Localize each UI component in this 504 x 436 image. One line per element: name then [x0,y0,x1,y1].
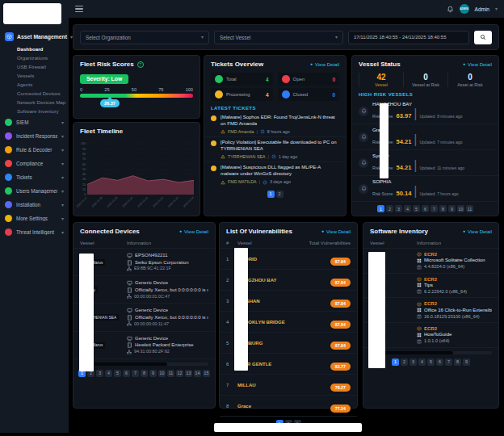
ticket-list-item[interactable]: [Malware] Sophos EDR: Found Troj/JensLnk… [204,112,346,137]
high-risk-vessel-row[interactable]: Grace Risk Score: 54.21 | Updated: 7 min… [352,124,498,150]
page-button[interactable]: 8 [141,370,148,377]
table-row[interactable]: Sydney Generic Device Officially Xerox, … [74,276,215,304]
page-button[interactable]: 9 [448,205,456,212]
page-button[interactable]: 1 [392,358,399,366]
page-button[interactable]: 5 [427,358,435,366]
page-button[interactable]: 7 [445,358,452,366]
stat-value: 0 [448,73,492,82]
ticket-list-item[interactable]: [Policy Violation] Executable file downl… [204,137,346,162]
sidebar-subitem[interactable]: Organizations [0,53,69,62]
table-row[interactable]: CBM Marus EPSON492211 Seiko Epson Corpor… [74,249,215,276]
sidebar-section-item[interactable]: Installation ▾ [0,198,69,212]
sidebar-subitem[interactable]: Software Inventory [0,107,69,115]
page-button[interactable]: 9 [149,370,157,377]
sidebar-subitem[interactable]: Connected Devices [0,89,69,98]
view-detail-link[interactable]: ●View Detail [310,62,339,67]
sidebar-section-item[interactable]: Users Management ▾ [0,184,69,198]
page-button[interactable]: 3 [395,205,402,212]
asset-management-submenu: Dashboard Organizations USB Firewall Ves… [0,44,69,115]
page-button[interactable]: 9 [463,358,470,366]
ticket-title: [Malware] Suspicious DLL flagged as ML/P… [220,165,339,178]
page-button[interactable]: 5 [413,205,420,212]
notifications-bell-icon[interactable] [447,2,454,16]
sidebar-subitem[interactable]: Dashboard [0,44,69,53]
page-button[interactable]: 15 [203,370,210,377]
sidebar-section-item[interactable]: Compliance ▾ [0,157,69,170]
page-button[interactable]: 6 [436,358,443,366]
high-risk-vessel-row[interactable]: Sydney Risk Score: 54.21 | Updated: 11 m… [352,150,498,176]
high-risk-vessel-row[interactable]: HANGZHOU BAY Risk Score: 63.97 | Updated… [352,99,498,124]
hamburger-menu-icon[interactable] [75,6,83,13]
panel-title: List Of Vulnerabilities [226,228,292,235]
vessel-select[interactable]: Select Vessel ▾ [214,31,343,44]
page-button[interactable]: 5 [114,370,121,377]
page-button[interactable]: 10 [457,205,464,212]
table-row[interactable]: CBM Marus Generic Device Hewlett Packard… [74,332,215,359]
sidebar-section-item[interactable]: More Settings ▾ [0,212,69,225]
page-button[interactable]: 2 [401,358,408,366]
page-button[interactable]: 14 [194,370,201,377]
page-button[interactable]: 10 [158,370,166,377]
page-button[interactable]: 6 [123,370,130,377]
sidebar-section-item[interactable]: Incident Response ▾ [0,129,69,143]
page-button[interactable]: 7 [430,205,438,212]
panel-title: Vessel Status [359,61,401,68]
sidebar-item-asset-management[interactable]: Asset Management ▾ [0,29,69,44]
stat-label: Vessel [359,82,403,87]
sidebar-subitem[interactable]: Agents [0,80,69,89]
horizontal-scrollbar[interactable] [370,351,492,354]
table-row[interactable]: TYRRHENIAN SEA Generic Device Officially… [74,304,215,331]
view-detail-link[interactable]: ●View Detail [179,229,208,234]
ticket-list-item[interactable]: [Malware] Suspicious DLL flagged as ML/P… [204,162,346,187]
page-button[interactable]: 8 [439,205,447,212]
sidebar-subitem[interactable]: Vessels [0,71,69,80]
high-risk-vessel-row[interactable]: SOPHIA Risk Score: 50.14 | Updated: 7 ho… [352,176,498,202]
sidebar-subitem[interactable]: Network Devices Map [0,98,69,107]
page-button[interactable]: 8 [454,358,461,366]
page-button[interactable]: 7 [132,370,139,377]
svg-text:40: 40 [82,173,86,176]
table-row[interactable]: 8 Grace 77.24 [220,396,357,417]
search-button[interactable] [474,31,492,44]
view-detail-link[interactable]: ●View Detail [463,62,492,67]
page-button[interactable]: 4 [418,358,426,366]
table-row[interactable]: 7 MILLAU 78.27 [220,375,357,396]
page-button[interactable]: 2 [276,191,284,198]
chevron-down-icon[interactable]: ▾ [495,6,498,11]
page-button[interactable]: 4 [404,205,411,212]
page-button[interactable]: 3 [410,358,417,366]
sidebar-section-item[interactable]: Rule & Decoder ▾ [0,143,69,157]
svg-text:70: 70 [82,157,86,161]
page-button[interactable]: 11 [466,205,473,212]
date-range-input[interactable]: 17/11/2025 18:40:55 - 24/11/2025 18:40:5… [348,31,469,44]
table-header: Vessel Information [74,238,215,249]
page-button[interactable]: 12 [176,370,183,377]
page-button[interactable]: 2 [386,205,393,212]
page-button[interactable]: 3 [96,370,103,377]
risk-score-label: Risk Score: [372,191,394,196]
help-icon[interactable]: ? [137,61,144,68]
vulnerability-count-pill: 87.84 [330,342,351,350]
page-button[interactable]: 13 [185,370,192,377]
svg-text:2025-11-17: 2025-11-17 [76,196,88,208]
sidebar-section-item[interactable]: Threat Intelligent ▾ [0,225,69,239]
page-button[interactable]: 4 [105,370,112,377]
sidebar-section-item[interactable]: SIEM ▾ [0,115,69,129]
avatar[interactable]: ADMIN [460,4,469,14]
page-button[interactable]: 1 [267,191,275,198]
sidebar-subitem[interactable]: USB Firewall [0,62,69,71]
sidebar-section-item[interactable]: Tickets ▾ [0,170,69,184]
organization-select[interactable]: Select Organization ▾ [80,31,209,44]
page-button[interactable]: 11 [167,370,174,377]
view-detail-link[interactable]: ●View Detail [463,229,492,234]
ticket-time: 1 day ago [279,154,297,159]
table-header: Vessel Information [363,238,498,249]
page-button[interactable]: 6 [422,205,429,212]
sidebar: Asset Management ▾ Dashboard Organizatio… [0,0,69,433]
horizontal-scrollbar[interactable] [80,363,208,366]
separator: | [259,179,260,184]
page-button[interactable]: 1 [377,205,384,212]
section-label: Installation [16,202,57,208]
view-detail-link[interactable]: ●View Detail [321,229,351,234]
scale-tick: 50 [132,87,136,92]
